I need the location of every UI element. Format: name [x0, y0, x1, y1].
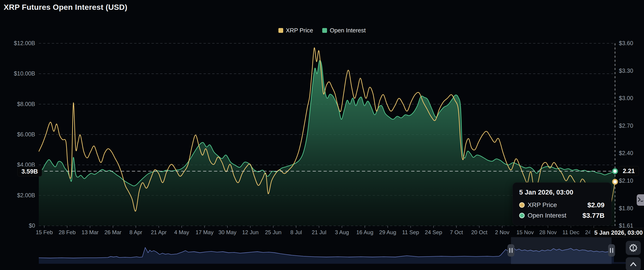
- main-chart[interactable]: [0, 0, 644, 270]
- legend: XRP Price Open Interest: [0, 27, 644, 34]
- tooltip-row: Open Interest $3.77B: [519, 212, 604, 219]
- left-axis-current-badge: 3.59B: [17, 166, 42, 177]
- alert-settings-button[interactable]: [626, 241, 641, 255]
- tooltip-title: 5 Jan 2026, 03:00: [519, 189, 604, 196]
- xrp-price-dot-icon: [519, 202, 525, 208]
- navigator-handle-right[interactable]: [608, 244, 615, 257]
- legend-label: XRP Price: [286, 27, 313, 34]
- navigator-handle-left[interactable]: [508, 244, 514, 257]
- tooltip-label: Open Interest: [528, 212, 580, 219]
- open-interest-swatch-icon: [322, 28, 327, 33]
- scroll-top-button[interactable]: [626, 257, 641, 270]
- chevron-up-icon: [628, 260, 638, 268]
- price-marker-dot: [613, 180, 617, 184]
- right-axis-current-badge: 2.21: [619, 166, 639, 176]
- collapse-panel-button[interactable]: [637, 194, 644, 206]
- legend-label: Open Interest: [330, 27, 366, 34]
- navigator-selection[interactable]: [511, 237, 612, 264]
- tooltip-value: $2.09: [588, 201, 604, 209]
- legend-item-open-interest[interactable]: Open Interest: [322, 27, 366, 34]
- tooltip-label: XRP Price: [528, 201, 584, 209]
- burst-exclamation-icon: [629, 244, 638, 252]
- page-title: XRP Futures Open Interest (USD): [4, 3, 127, 12]
- chevron-right-collapse-icon: [637, 194, 644, 206]
- tooltip-row: XRP Price $2.09: [519, 201, 604, 209]
- tooltip: 5 Jan 2026, 03:00 XRP Price $2.09 Open I…: [512, 182, 612, 226]
- chart-panel: XRP Futures Open Interest (USD) XRP Pric…: [0, 0, 644, 270]
- xrp-price-swatch-icon: [278, 28, 283, 33]
- tooltip-value: $3.77B: [582, 212, 604, 219]
- crosshair-date-badge: 5 Jan 2026, 03:00: [590, 228, 644, 237]
- oi-marker-dot: [613, 169, 617, 174]
- legend-item-xrp-price[interactable]: XRP Price: [278, 27, 313, 34]
- open-interest-dot-icon: [519, 213, 525, 218]
